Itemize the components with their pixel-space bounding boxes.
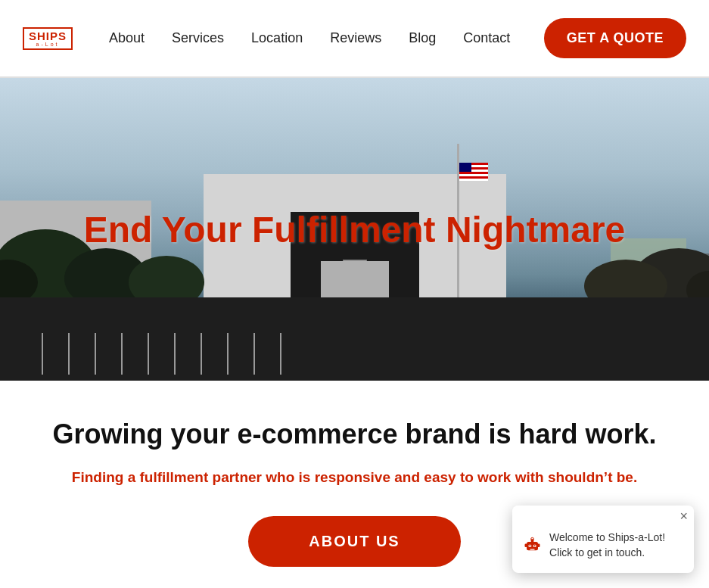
parking-line	[201, 333, 202, 375]
svg-point-15	[529, 545, 530, 546]
chat-close-button[interactable]: ×	[679, 509, 688, 523]
parking-line	[227, 333, 229, 375]
parking-line	[253, 333, 255, 375]
logo-text-alot: a-Lot	[36, 42, 60, 47]
parking-line	[174, 333, 176, 375]
nav-link-reviews[interactable]: Reviews	[316, 30, 395, 46]
flag-canton	[459, 163, 471, 172]
logo[interactable]: SHIPS a-Lot	[23, 27, 73, 50]
parking-line	[280, 333, 281, 375]
nav-link-services[interactable]: Services	[158, 30, 238, 46]
chat-header: ×	[512, 506, 694, 527]
chat-widget: × Welcome to Ships-a-Lot! Click to get i…	[512, 506, 694, 573]
svg-rect-12	[530, 549, 534, 549]
parking-lot	[0, 297, 709, 381]
header: SHIPS a-Lot About Services Location Revi…	[0, 0, 709, 78]
nav-link-about[interactable]: About	[95, 30, 158, 46]
logo-text-ships: SHIPS	[29, 30, 67, 42]
svg-point-16	[534, 545, 536, 546]
hero-section: End Your Fulfillment Nightmare	[0, 78, 709, 381]
hero-title: End Your Fulfillment Nightmare	[84, 209, 626, 250]
parking-line	[148, 333, 149, 375]
nav-link-blog[interactable]: Blog	[395, 30, 449, 46]
nav-link-location[interactable]: Location	[238, 30, 316, 46]
driveway	[321, 261, 389, 299]
svg-rect-8	[525, 543, 527, 546]
chat-robot-icon	[523, 530, 542, 561]
parking-line	[121, 333, 123, 375]
parking-line	[95, 333, 96, 375]
parking-line	[68, 333, 70, 375]
nav-link-contact[interactable]: Contact	[449, 30, 524, 46]
main-nav: About Services Location Reviews Blog Con…	[95, 30, 544, 46]
main-heading: Growing your e-commerce brand is hard wo…	[23, 418, 686, 450]
svg-rect-9	[537, 543, 540, 546]
get-quote-button[interactable]: GET A QUOTE	[544, 18, 686, 58]
about-us-button[interactable]: ABOUT US	[248, 516, 460, 567]
parking-line	[42, 333, 43, 375]
main-subheading: Finding a fulfillment partner who is res…	[23, 469, 686, 486]
chat-message[interactable]: Welcome to Ships-a-Lot! Click to get in …	[549, 530, 683, 560]
chat-body: Welcome to Ships-a-Lot! Click to get in …	[512, 527, 694, 573]
flag	[459, 163, 488, 181]
